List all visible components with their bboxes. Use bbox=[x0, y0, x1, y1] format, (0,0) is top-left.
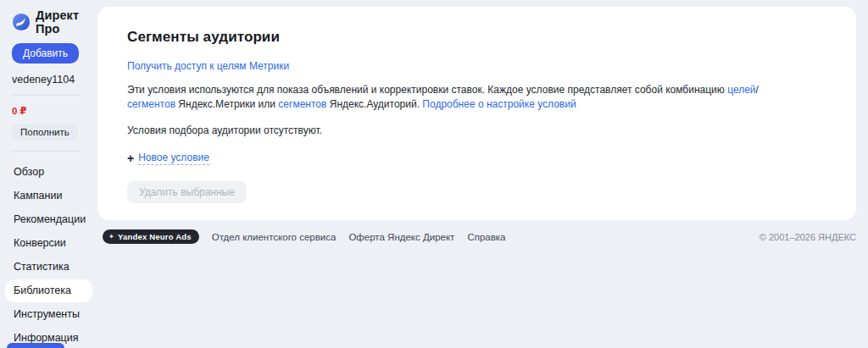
sidebar-item-overview[interactable]: Обзор bbox=[5, 161, 92, 184]
segments-audience-link[interactable]: сегментов bbox=[278, 98, 326, 110]
client-service-link[interactable]: Отдел клиентского сервиса bbox=[212, 232, 337, 242]
app-logo[interactable]: Директ Про bbox=[12, 8, 96, 36]
direct-pro-logo-icon bbox=[12, 13, 31, 31]
new-condition-label: Новое условие bbox=[138, 152, 209, 165]
new-condition-link[interactable]: + Новое условие bbox=[127, 152, 209, 165]
add-button[interactable]: Добавить bbox=[12, 43, 79, 64]
conditions-setup-link[interactable]: Подробнее о настройке условий bbox=[422, 98, 576, 110]
cut-off-bottom-button[interactable] bbox=[7, 343, 64, 348]
sidebar-item-conversions[interactable]: Конверсии bbox=[5, 232, 92, 255]
sidebar-divider bbox=[12, 95, 82, 96]
content-card: Сегменты аудитории Получить доступ к цел… bbox=[97, 7, 856, 220]
description-separator: / bbox=[756, 84, 759, 96]
yandex-neuro-ads-badge[interactable]: ✦ Yandex Neuro Ads bbox=[103, 229, 199, 244]
sidebar-item-statistics[interactable]: Статистика bbox=[5, 256, 92, 279]
sidebar-item-tools[interactable]: Инструменты bbox=[5, 303, 92, 326]
sidebar: Директ Про Добавить vedeney1104 0 ₽ Попо… bbox=[0, 0, 96, 348]
delete-selected-button[interactable]: Удалить выбранные bbox=[127, 181, 247, 203]
offer-link[interactable]: Оферта Яндекс Директ bbox=[348, 232, 454, 242]
description-part-2: Яндекс.Метрики или bbox=[175, 98, 278, 110]
sidebar-item-campaigns[interactable]: Кампании bbox=[5, 185, 92, 207]
footer: ✦ Yandex Neuro Ads Отдел клиентского сер… bbox=[97, 220, 856, 244]
app-root: Директ Про Добавить vedeney1104 0 ₽ Попо… bbox=[0, 0, 868, 348]
description-part-1: Эти условия используются для показа объя… bbox=[127, 84, 727, 96]
description-part-3: Яндекс.Аудиторий. bbox=[326, 98, 422, 110]
metrika-access-link[interactable]: Получить доступ к целям Метрики bbox=[127, 60, 289, 72]
help-link[interactable]: Справка bbox=[467, 232, 505, 242]
badge-label: Yandex Neuro Ads bbox=[118, 232, 192, 241]
topup-button[interactable]: Пополнить bbox=[12, 124, 78, 141]
plus-icon: + bbox=[127, 153, 134, 163]
balance-amount[interactable]: 0 ₽ bbox=[12, 105, 96, 117]
page-title: Сегменты аудитории bbox=[127, 29, 832, 46]
segments-metrika-link[interactable]: сегментов bbox=[127, 98, 175, 110]
empty-state-message: Условия подбора аудитории отсутствуют. bbox=[127, 124, 832, 136]
app-title: Директ Про bbox=[36, 8, 96, 36]
sidebar-divider bbox=[12, 151, 82, 152]
description-text: Эти условия используются для показа объя… bbox=[127, 83, 782, 112]
sidebar-item-recommendations[interactable]: Рекомендации bbox=[5, 208, 92, 231]
sidebar-item-library[interactable]: Библиотека bbox=[5, 279, 92, 302]
copyright: © 2001–2026 ЯНДЕКС bbox=[760, 232, 856, 242]
goals-link[interactable]: целей bbox=[727, 84, 755, 96]
sparkle-icon: ✦ bbox=[108, 234, 114, 240]
username[interactable]: vedeney1104 bbox=[12, 74, 96, 86]
main-column: Сегменты аудитории Получить доступ к цел… bbox=[96, 0, 868, 348]
sidebar-nav: Обзор Кампании Рекомендации Конверсии Ст… bbox=[5, 161, 96, 348]
